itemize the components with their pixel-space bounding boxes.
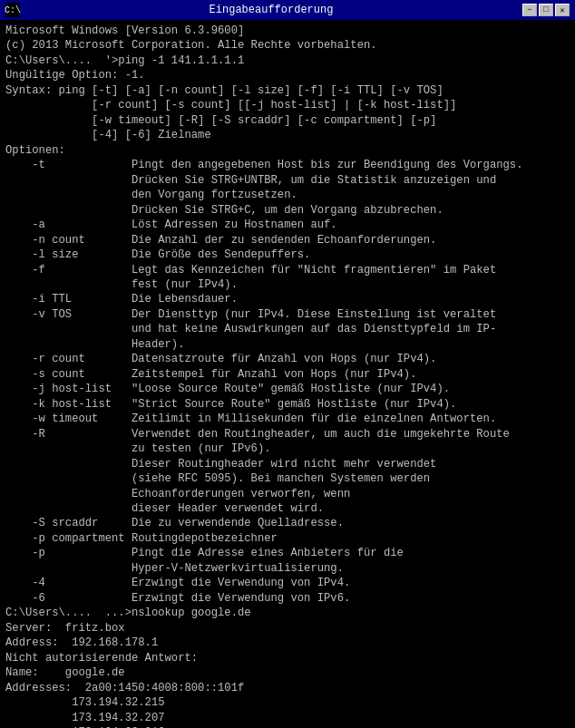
terminal-line: -i TTL Die Lebensdauer. — [5, 292, 570, 306]
terminal-line: -r count Datensatzroute für Anzahl von H… — [5, 352, 570, 366]
window-title: Eingabeaufforderung — [20, 4, 522, 16]
terminal-line: Drücken Sie STRG+UNTBR, um die Statistik… — [5, 173, 570, 188]
terminal-line: Address: 192.168.178.1 — [5, 636, 570, 650]
terminal-line: [-4] [-6] Zielname — [5, 128, 570, 142]
terminal-line: (siehe RFC 5095). Bei manchen Systemen w… — [5, 471, 570, 486]
terminal-line: -s count Zeitstempel für Anzahl von Hops… — [5, 367, 570, 382]
terminal-line: -w timeout Zeitlimit in Millisekunden fü… — [5, 412, 570, 426]
terminal-line: [-w timeout] [-R] [-S srcaddr] [-c compa… — [5, 113, 570, 128]
terminal-line: Dieser Routingheader wird nicht mehr ver… — [5, 457, 570, 471]
terminal-line: -n count Die Anzahl der zu sendenden Ech… — [5, 233, 570, 248]
terminal-line: -k host-list "Strict Source Route" gemäß… — [5, 397, 570, 412]
terminal-line: -l size Die Größe des Sendepuffers. — [5, 248, 570, 262]
terminal-line: -a Löst Adressen zu Hostnamen auf. — [5, 218, 570, 232]
terminal-line: Echoanforderungen verworfen, wenn — [5, 487, 570, 501]
terminal-line: 173.194.32.215 — [5, 695, 570, 710]
terminal-line: -v TOS Der Diensttyp (nur IPv4. Diese Ei… — [5, 307, 570, 322]
terminal-output[interactable]: Microsoft Windows [Version 6.3.9600](c) … — [0, 20, 575, 728]
terminal-line: -6 Erzwingt die Verwendung von IPv6. — [5, 591, 570, 606]
terminal-line: Drücken Sie STRG+C, um den Vorgang abzub… — [5, 203, 570, 218]
terminal-line: 173.194.32.207 — [5, 711, 570, 725]
terminal-line: -S srcaddr Die zu verwendende Quelladres… — [5, 516, 570, 530]
terminal-line: C:\Users\.... '>ping -1 141.1.1.1.1 — [5, 53, 570, 68]
terminal-line: den Vorgang fortzusetzen. — [5, 188, 570, 202]
terminal-line: -f Legt das Kennzeichen für "Nicht fragm… — [5, 263, 570, 277]
terminal-line: dieser Header verwendet wird. — [5, 501, 570, 516]
terminal-line: Optionen: — [5, 143, 570, 158]
terminal-line: Nicht autorisierende Antwort: — [5, 651, 570, 665]
terminal-line: zu testen (nur IPv6). — [5, 442, 570, 456]
cmd-icon: C:\ — [5, 3, 20, 17]
terminal-line: Microsoft Windows [Version 6.3.9600] — [5, 24, 570, 38]
terminal-line: -R Verwendet den Routingheader, um auch … — [5, 427, 570, 442]
terminal-line: [-r count] [-s count] [[-j host-list] | … — [5, 98, 570, 112]
terminal-line: und hat keine Auswirkungen auf das Diens… — [5, 322, 570, 336]
title-bar: C:\ Eingabeaufforderung − □ ✕ — [0, 0, 575, 20]
terminal-line: fest (nur IPv4). — [5, 277, 570, 292]
maximize-button[interactable]: □ — [539, 4, 553, 16]
terminal-line: Addresses: 2a00:1450:4008:800::101f — [5, 681, 570, 695]
terminal-line: Header). — [5, 337, 570, 352]
terminal-line: Syntax: ping [-t] [-a] [-n count] [-l si… — [5, 83, 570, 98]
terminal-line: -p compartment Routingdepotbezeichner — [5, 531, 570, 546]
window-controls: − □ ✕ — [522, 4, 570, 16]
minimize-button[interactable]: − — [522, 4, 537, 16]
terminal-line: -4 Erzwingt die Verwendung von IPv4. — [5, 576, 570, 590]
terminal-line: Server: fritz.box — [5, 621, 570, 636]
terminal-line: (c) 2013 Microsoft Corporation. Alle Rec… — [5, 38, 570, 53]
terminal-line: Hyper-V-Netzwerkvirtualisierung. — [5, 561, 570, 576]
terminal-line: -j host-list "Loose Source Route" gemäß … — [5, 382, 570, 396]
terminal-line: -t Pingt den angegebenen Host bis zur Be… — [5, 158, 570, 172]
terminal-line: C:\Users\.... ...>nslookup google.de — [5, 606, 570, 620]
icon-label: C:\ — [5, 5, 21, 15]
terminal-line: Ungültige Option: -1. — [5, 68, 570, 83]
terminal-line: -p Pingt die Adresse eines Anbieters für… — [5, 546, 570, 560]
title-bar-left: C:\ — [5, 3, 20, 17]
close-button[interactable]: ✕ — [555, 4, 570, 16]
terminal-line: Name: google.de — [5, 665, 570, 680]
